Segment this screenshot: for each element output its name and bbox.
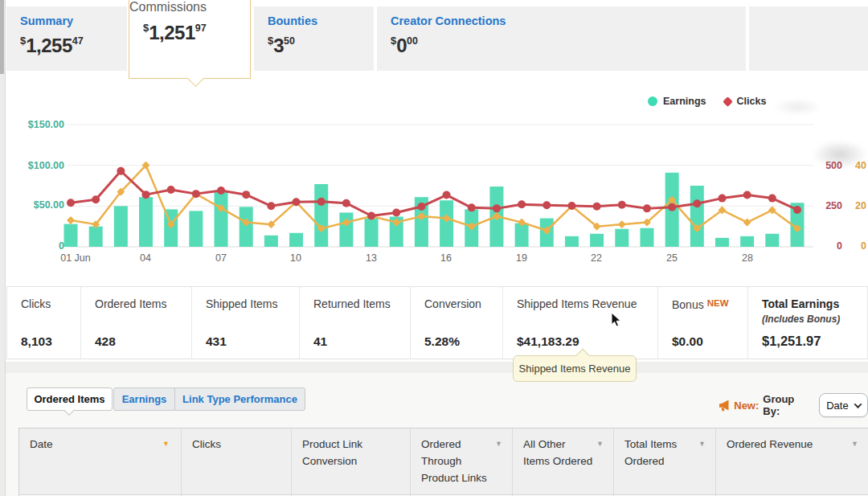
sort-desc-icon[interactable]: ▼ [495, 439, 502, 450]
earnings-bar[interactable] [690, 186, 704, 247]
sort-desc-icon[interactable]: ▼ [851, 439, 858, 450]
screen-smudge [773, 98, 821, 116]
clicks-point[interactable] [117, 167, 125, 175]
earnings-bar[interactable] [740, 236, 754, 247]
earnings-bar[interactable] [289, 233, 303, 247]
clicks-point[interactable] [267, 202, 275, 210]
clicks-point[interactable] [618, 201, 626, 209]
clicks-point[interactable] [668, 203, 676, 211]
clicks-point[interactable] [242, 191, 250, 199]
stat-shipped-items-revenue[interactable]: Shipped Items Revenue $41,183.29 [503, 287, 658, 359]
earnings-bar[interactable] [365, 219, 379, 247]
earnings-bar[interactable] [64, 224, 78, 247]
tab-bounties-value: $350 [254, 27, 374, 57]
tab-creator-connections[interactable]: Creator Connections $000 [377, 6, 746, 71]
earnings-bar[interactable] [89, 227, 103, 247]
stat-label: Clicks [21, 297, 74, 312]
tab-summary-label: Summary [6, 6, 127, 27]
stat-returned-items[interactable]: Returned Items 41 [300, 287, 411, 359]
earnings-bar[interactable] [339, 212, 353, 247]
stat-total-earnings[interactable]: Total Earnings(Includes Bonus) $1,251.97 [748, 287, 868, 359]
tab-commissions[interactable]: Commissions $1,25197 [129, 0, 251, 79]
stat-bonus[interactable]: BonusNEW $0.00 [658, 287, 748, 359]
ordered-items-point[interactable] [67, 216, 75, 224]
y-axis-tick: $100.00 [14, 160, 64, 171]
column-header-ordered-revenue[interactable]: Ordered Revenue ▼ [716, 428, 868, 494]
clicks-point[interactable] [317, 198, 326, 206]
earnings-bar[interactable] [515, 223, 529, 247]
tab-summary[interactable]: Summary $1,25547 [6, 6, 127, 71]
clicks-point[interactable] [443, 191, 451, 199]
sort-desc-icon[interactable]: ▼ [698, 439, 706, 450]
earnings-bar[interactable] [440, 200, 453, 247]
chevron-down-icon [854, 400, 862, 408]
column-header-total-items-ordered[interactable]: Total Items Ordered ▼ [614, 428, 716, 494]
sort-desc-icon[interactable]: ▼ [596, 439, 604, 450]
clicks-point[interactable] [342, 199, 350, 207]
earnings-bar[interactable] [640, 228, 653, 247]
group-by-dropdown[interactable]: Date [819, 393, 868, 417]
clicks-point[interactable] [518, 200, 526, 208]
earnings-legend-icon [648, 96, 657, 106]
chart-legend: Earnings Clicks [648, 96, 766, 107]
stat-label: BonusNEW [672, 297, 741, 313]
clicks-point[interactable] [142, 191, 150, 199]
earnings-bar[interactable] [715, 238, 729, 247]
clicks-point[interactable] [417, 203, 425, 211]
clicks-axis-tick: 250 [810, 200, 842, 211]
column-header-all-other-items-ordered[interactable]: All Other Items Ordered ▼ [513, 428, 614, 494]
clicks-point[interactable] [92, 195, 100, 203]
x-axis-tick: 25 [646, 252, 698, 264]
earnings-bar[interactable] [264, 236, 278, 247]
stat-shipped-items[interactable]: Shipped Items 431 [192, 287, 300, 359]
ordered-items-point[interactable] [618, 220, 626, 228]
megaphone-icon [718, 400, 730, 412]
earnings-bar[interactable] [565, 236, 579, 247]
stat-ordered-items[interactable]: Ordered Items 428 [81, 287, 192, 359]
earnings-bar[interactable] [139, 197, 153, 247]
tab-bounties[interactable]: Bounties $350 [254, 6, 374, 71]
tab-earnings[interactable]: Earnings [113, 387, 175, 411]
x-axis-tick: 16 [420, 252, 472, 264]
column-header-clicks[interactable]: Clicks [182, 428, 292, 494]
earnings-bar[interactable] [590, 234, 604, 247]
clicks-point[interactable] [293, 198, 301, 206]
clicks-point[interactable] [217, 187, 225, 195]
clicks-point[interactable] [392, 208, 400, 216]
clicks-point[interactable] [643, 204, 651, 212]
items-axis-tick: 20 [845, 200, 866, 211]
clicks-line [71, 171, 797, 216]
y-axis-tick: $150.00 [14, 119, 64, 130]
clicks-point[interactable] [192, 190, 200, 198]
stat-label: Returned Items [313, 297, 403, 312]
column-header-product-link-conversion[interactable]: Product Link Conversion [292, 428, 411, 494]
clicks-point[interactable] [67, 199, 75, 207]
clicks-point[interactable] [693, 199, 701, 207]
clicks-point[interactable] [593, 203, 601, 211]
clicks-point[interactable] [567, 202, 575, 210]
clicks-point[interactable] [493, 204, 501, 212]
stat-conversion[interactable]: Conversion 5.28% [411, 287, 503, 359]
stat-clicks[interactable]: Clicks 8,103 [7, 287, 81, 359]
clicks-point[interactable] [743, 191, 751, 199]
clicks-point[interactable] [768, 195, 776, 203]
sort-desc-icon[interactable]: ▼ [162, 439, 170, 450]
earnings-bar[interactable] [765, 234, 779, 247]
earnings-bar[interactable] [215, 192, 228, 247]
clicks-point[interactable] [167, 186, 175, 194]
ordered-items-point[interactable] [743, 219, 751, 227]
column-header-ordered-through-product-links[interactable]: Ordered Through Product Links ▼ [411, 428, 513, 494]
clicks-point[interactable] [793, 206, 801, 214]
earnings-bar[interactable] [114, 206, 128, 247]
clicks-point[interactable] [542, 201, 551, 209]
earnings-bar[interactable] [240, 207, 253, 247]
stat-label: Shipped Items [206, 297, 293, 312]
clicks-point[interactable] [468, 203, 476, 211]
tab-link-type-performance[interactable]: Link Type Performance [174, 387, 305, 411]
earnings-bar[interactable] [189, 211, 203, 247]
clicks-point[interactable] [718, 195, 726, 203]
column-header-date[interactable]: Date ▼ [19, 428, 182, 494]
earnings-bar[interactable] [314, 184, 328, 247]
earnings-bar[interactable] [615, 229, 628, 247]
clicks-point[interactable] [367, 211, 375, 219]
